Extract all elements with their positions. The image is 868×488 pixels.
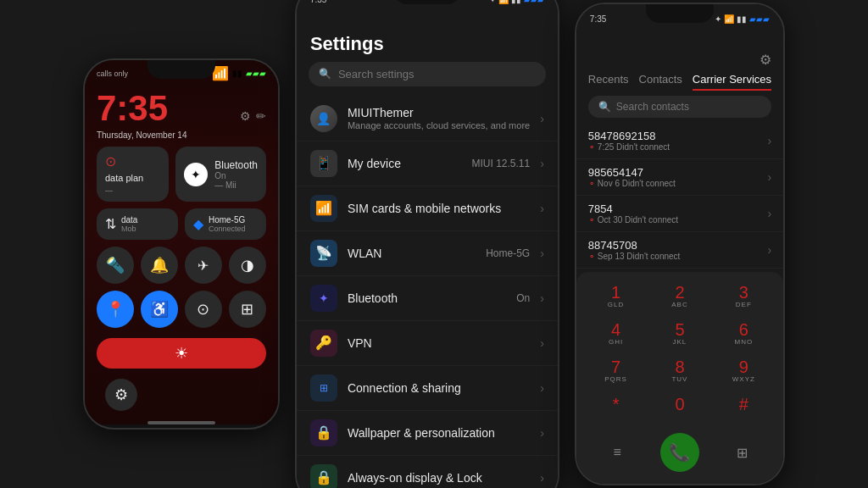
settings-item-mydevice[interactable]: 📱 My device MIUI 12.5.11 › (297, 141, 558, 186)
dial-key-2[interactable]: 2 ABC (648, 279, 710, 314)
settings-item-wlan[interactable]: 📡 WLAN Home-5G › (297, 231, 558, 276)
phones-container: calls only ✦ 📶 ▮▮ ▰▰▰ 7:35 Thursday, Nov… (0, 0, 868, 488)
dial-key-hash[interactable]: # (713, 391, 775, 426)
dial-key-5[interactable]: 5 JKL (648, 316, 710, 352)
settings-item-vpn[interactable]: 🔑 VPN › (297, 321, 558, 366)
settings-item-bluetooth[interactable]: ✦ Bluetooth On › (297, 276, 558, 321)
dial-key-9[interactable]: 9 WXYZ (713, 353, 775, 389)
aod-text: Always-on display & Lock (348, 471, 530, 485)
gear-icon-1: ⚙ (114, 385, 128, 404)
keypad-button[interactable]: ⊞ (727, 437, 758, 468)
settings-item-aod[interactable]: 🔒 Always-on display & Lock › (297, 456, 558, 489)
bluetooth-card-status: On (214, 171, 258, 180)
call-item-0[interactable]: 58478692158 ⚬ 7:25 Didn't connect › (576, 123, 783, 159)
mobile-label: Mob (121, 225, 137, 233)
contacts-search-bar[interactable]: 🔍 (588, 96, 771, 118)
call-number-1: 985654147 (588, 166, 676, 179)
tab-contacts[interactable]: Contacts (639, 73, 682, 91)
settings-button[interactable]: ⚙ (105, 379, 137, 411)
connection-icon: ⊞ (310, 374, 337, 402)
arrow-vpn: › (540, 336, 544, 350)
search-icon-3: 🔍 (598, 101, 611, 113)
data-mobile-card[interactable]: ⇅ data Mob (97, 208, 178, 240)
call-number-0: 58478692158 (588, 130, 670, 142)
settings-list: 👤 MIUIThemer Manage accounts, cloud serv… (297, 93, 558, 489)
wifi-icon-3: 📶 (724, 14, 734, 24)
dial-key-3[interactable]: 3 DEF (713, 279, 775, 314)
dial-key-1[interactable]: 1 GLD (585, 279, 647, 314)
data-plan-sub: — (105, 186, 160, 195)
time-3: 7:35 (590, 14, 606, 24)
vpn-icon: 🔑 (310, 330, 337, 357)
arrow-connection: › (540, 381, 544, 395)
connection-label: Connection & sharing (348, 381, 530, 395)
brightness-bar[interactable]: ☀ (97, 338, 266, 369)
wallpaper-text: Wallpaper & personalization (348, 426, 530, 440)
dial-key-0[interactable]: 0 (648, 391, 710, 426)
cc-mid-cards: ⇅ data Mob ◆ Home-5G Connected (85, 208, 278, 240)
settings-item-connection[interactable]: ⊞ Connection & sharing › (297, 366, 558, 411)
data-plan-card[interactable]: ⊙ data plan — (97, 147, 169, 202)
sim-icon: 📶 (310, 195, 337, 222)
qr-button[interactable]: ⊞ (229, 291, 266, 328)
wifi-card-sub: Connected (209, 225, 246, 233)
missed-dot-1: ⚬ (588, 179, 595, 188)
dial-key-star[interactable]: * (585, 391, 647, 426)
phone-3-dialer: 7:35 ✦ 📶 ▮▮ ▰▰▰ ⚙ Recents Contacts Carri… (575, 3, 785, 485)
settings-search-bar[interactable]: 🔍 (309, 62, 546, 86)
location-button[interactable]: 📍 (97, 291, 134, 328)
bluetooth-card[interactable]: ✦ Bluetooth On — Mii (175, 147, 266, 202)
battery-icon-3: ▰▰▰ (749, 14, 770, 24)
call-item-2[interactable]: 7854 ⚬ Oct 30 Didn't connect › (576, 196, 783, 232)
battery-icon-2: ▰▰▰ (524, 0, 544, 4)
cc-grid-buttons: 🔦 🔔 ✈ ◑ 📍 ♿ ⊙ ⊞ (85, 240, 278, 335)
call-item-3[interactable]: 88745708 ⚬ Sep 13 Didn't connect › (576, 232, 783, 269)
settings-item-miuithemer[interactable]: 👤 MIUIThemer Manage accounts, cloud serv… (297, 97, 558, 141)
focus-button[interactable]: ◑ (229, 247, 266, 284)
dial-key-8[interactable]: 8 TUV (648, 353, 710, 389)
miuithemer-sub: Manage accounts, cloud services, and mor… (348, 120, 530, 130)
time-2: 7:35 (310, 0, 326, 4)
arrow-device: › (540, 157, 544, 170)
device-icon: 📱 (310, 150, 337, 177)
settings-search-input[interactable] (338, 68, 536, 80)
settings-item-wallpaper[interactable]: 🔒 Wallpaper & personalization › (297, 411, 558, 456)
menu-button[interactable]: ≡ (602, 437, 632, 468)
dial-key-6[interactable]: 6 MNO (713, 316, 775, 352)
wifi-card[interactable]: ◆ Home-5G Connected (185, 208, 266, 240)
signal-icon-2: ▮▮ (511, 0, 521, 4)
edit-icon[interactable]: ⚙ (240, 109, 251, 123)
call-status-3: ⚬ Sep 13 Didn't connect (588, 252, 681, 261)
call-status-0: ⚬ 7:25 Didn't connect (588, 142, 670, 152)
call-item-1[interactable]: 985654147 ⚬ Nov 6 Didn't connect › (576, 159, 783, 196)
brightness-row: ☀ (85, 335, 278, 372)
calls-only-label: calls only (97, 69, 128, 78)
phone3-settings-icon[interactable]: ⚙ (760, 52, 771, 68)
call-number-3: 88745708 (588, 239, 681, 252)
dial-key-7[interactable]: 7 PQRS (585, 353, 647, 389)
cc-bottom-row: ⚙ (85, 372, 278, 418)
tab-carrier-services[interactable]: Carrier Services (693, 73, 771, 91)
wallpaper-label: Wallpaper & personalization (348, 426, 530, 440)
flashlight-button[interactable]: 🔦 (97, 247, 134, 284)
brightness-icon: ☀ (175, 344, 188, 363)
accessibility-button[interactable]: ♿ (141, 291, 178, 328)
screen-record-button[interactable]: ⊙ (185, 291, 222, 328)
wlan-text: WLAN (348, 247, 476, 260)
settings-item-sim[interactable]: 📶 SIM cards & mobile networks › (297, 186, 558, 231)
clock-display: 7:35 (97, 88, 187, 129)
notifications-button[interactable]: 🔔 (141, 247, 178, 284)
call-button[interactable]: 📞 (660, 433, 699, 472)
signal-icon-3: ▮▮ (737, 14, 747, 24)
bluetooth-circle-icon: ✦ (184, 163, 208, 186)
arrow-wallpaper: › (540, 426, 544, 440)
call-number-2: 7854 (588, 202, 678, 215)
tab-recents[interactable]: Recents (588, 73, 629, 91)
pencil-icon[interactable]: ✏ (256, 109, 266, 123)
miuithemer-label: MIUIThemer (348, 106, 530, 119)
bt-value: On (516, 292, 530, 304)
airplane-button[interactable]: ✈ (185, 247, 222, 284)
aod-icon: 🔒 (310, 464, 337, 489)
contacts-search-input[interactable] (616, 101, 761, 113)
dial-key-4[interactable]: 4 GHI (585, 316, 647, 352)
